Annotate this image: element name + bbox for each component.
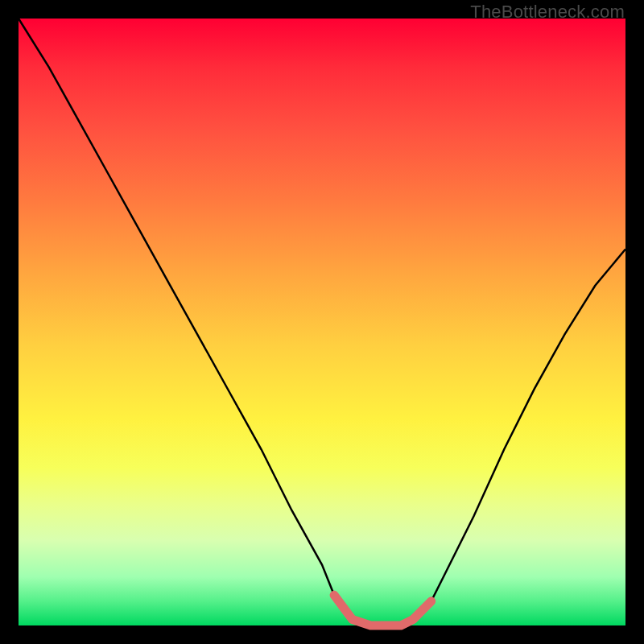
minimum-highlight-path — [334, 595, 431, 625]
plot-area — [19, 19, 625, 625]
bottleneck-curve-path — [19, 19, 625, 625]
bottleneck-curve-svg — [19, 19, 625, 625]
chart-frame: TheBottleneck.com — [0, 0, 644, 644]
